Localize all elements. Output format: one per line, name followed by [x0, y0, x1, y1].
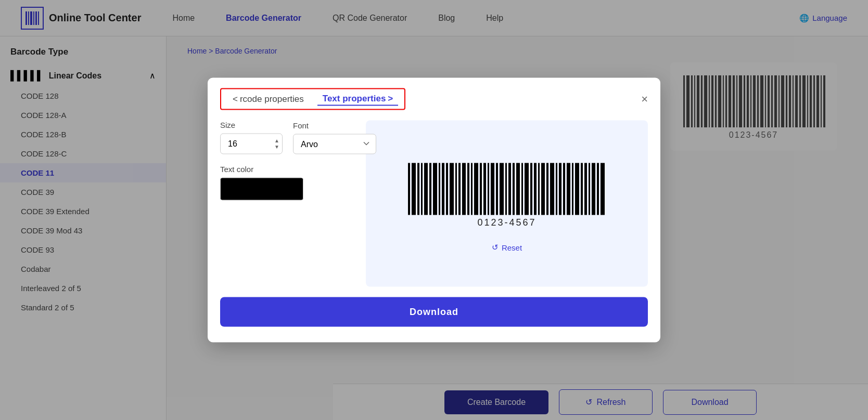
svg-rect-90 [584, 163, 587, 215]
size-arrows: ▲ ▼ [274, 138, 279, 150]
svg-rect-73 [513, 163, 515, 215]
svg-rect-78 [534, 163, 537, 215]
svg-rect-91 [589, 163, 590, 215]
svg-rect-53 [429, 163, 431, 215]
modal-header: < rcode properties Text properties > × [208, 78, 660, 110]
properties-modal: < rcode properties Text properties > × S… [208, 78, 660, 343]
svg-rect-52 [424, 163, 428, 215]
svg-text:0123-4567: 0123-4567 [477, 217, 536, 228]
svg-rect-75 [521, 163, 523, 215]
svg-rect-48 [408, 163, 410, 215]
svg-rect-60 [458, 163, 461, 215]
svg-rect-61 [462, 163, 466, 215]
svg-rect-72 [508, 163, 511, 215]
text-color-group: Text color [220, 165, 355, 201]
svg-rect-71 [505, 163, 507, 215]
svg-rect-82 [550, 163, 554, 215]
svg-rect-85 [563, 163, 565, 215]
svg-rect-55 [439, 163, 440, 215]
svg-rect-57 [446, 163, 448, 215]
barcode-svg: 0123-4567 [405, 161, 608, 228]
size-input-wrap: ▲ ▼ [220, 134, 283, 154]
modal-right-panel: 0123-4567 ↺ Reset [366, 121, 648, 287]
modal-left-panel: Size ▲ ▼ Font Arvo Arial [220, 121, 355, 287]
svg-rect-67 [488, 163, 489, 215]
tab-arrow-left: < [233, 94, 238, 104]
reset-link[interactable]: ↺ Reset [492, 243, 522, 252]
tab-arrow-right: > [388, 94, 393, 104]
svg-rect-69 [496, 163, 498, 215]
modal-download-button[interactable]: Download [220, 297, 648, 327]
modal-close-button[interactable]: × [641, 93, 648, 106]
svg-rect-59 [455, 163, 457, 215]
svg-rect-66 [483, 163, 486, 215]
svg-rect-92 [592, 163, 595, 215]
text-color-swatch[interactable] [220, 178, 303, 201]
svg-rect-86 [567, 163, 570, 215]
svg-rect-84 [559, 163, 561, 215]
reset-label: Reset [502, 243, 522, 252]
font-select-wrap: Arvo Arial Courier Times New Roman Verda… [293, 134, 376, 154]
size-decrease-button[interactable]: ▼ [274, 145, 279, 150]
svg-rect-77 [530, 163, 532, 215]
svg-rect-63 [471, 163, 473, 215]
svg-rect-51 [421, 163, 423, 215]
svg-rect-68 [491, 163, 494, 215]
svg-rect-62 [467, 163, 469, 215]
svg-rect-54 [433, 163, 437, 215]
tab-barcode-label: rcode properties [240, 94, 304, 104]
svg-rect-58 [450, 163, 454, 215]
modal-tabs: < rcode properties Text properties > [220, 88, 405, 110]
font-label: Font [293, 121, 376, 129]
tab-barcode-properties[interactable]: < rcode properties [227, 93, 309, 106]
reset-icon: ↺ [492, 243, 499, 252]
svg-rect-87 [572, 163, 573, 215]
tab-text-label: Text properties [323, 94, 386, 104]
svg-rect-64 [474, 163, 478, 215]
svg-rect-56 [442, 163, 444, 215]
svg-rect-83 [556, 163, 557, 215]
size-group: Size ▲ ▼ [220, 121, 283, 154]
svg-rect-49 [412, 163, 416, 215]
svg-rect-80 [541, 163, 545, 215]
svg-rect-76 [525, 163, 529, 215]
barcode-preview: 0123-4567 [405, 161, 608, 230]
modal-body: Size ▲ ▼ Font Arvo Arial [208, 110, 660, 287]
svg-rect-70 [500, 163, 504, 215]
svg-rect-81 [546, 163, 548, 215]
svg-rect-93 [597, 163, 599, 215]
font-select[interactable]: Arvo Arial Courier Times New Roman Verda… [293, 134, 376, 154]
svg-rect-89 [581, 163, 583, 215]
svg-rect-94 [601, 163, 605, 215]
svg-rect-79 [538, 163, 540, 215]
svg-rect-65 [480, 163, 482, 215]
size-font-row: Size ▲ ▼ Font Arvo Arial [220, 121, 355, 154]
size-label: Size [220, 121, 283, 129]
size-increase-button[interactable]: ▲ [274, 138, 279, 143]
font-group: Font Arvo Arial Courier Times New Roman … [293, 121, 376, 154]
svg-rect-74 [516, 163, 520, 215]
svg-rect-50 [417, 163, 419, 215]
tab-text-properties[interactable]: Text properties > [317, 93, 399, 106]
size-input[interactable] [220, 134, 283, 154]
svg-rect-88 [575, 163, 579, 215]
text-color-label: Text color [220, 165, 355, 174]
